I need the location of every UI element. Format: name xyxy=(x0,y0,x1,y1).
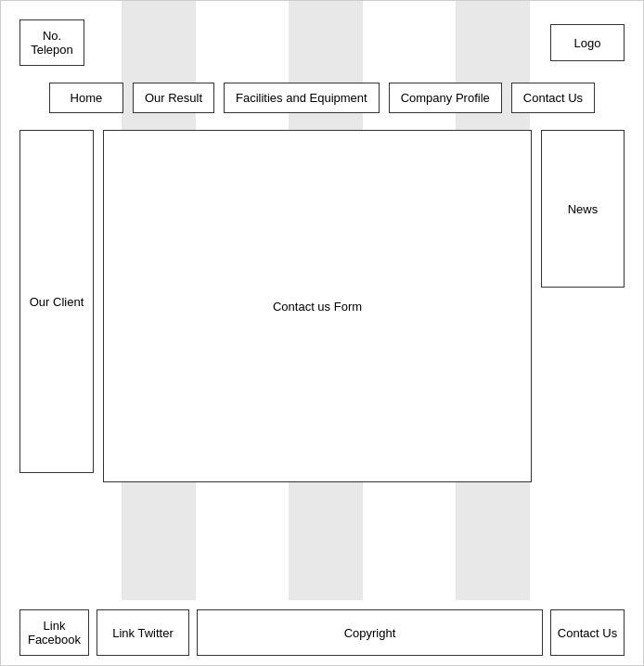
nav-home[interactable]: Home xyxy=(49,83,123,113)
footer-contact-label: Contact Us xyxy=(558,626,617,640)
nav-company-profile-label: Company Profile xyxy=(401,91,490,105)
nav: Home Our Result Facilities and Equipment… xyxy=(1,75,643,121)
contact-form-box[interactable]: Contact us Form xyxy=(103,130,532,482)
nav-our-result[interactable]: Our Result xyxy=(133,83,214,113)
logo: Logo xyxy=(550,24,625,61)
main: Our Client Contact us Form News xyxy=(1,121,643,492)
contact-form-label: Contact us Form xyxy=(273,300,362,314)
nav-our-result-label: Our Result xyxy=(145,91,202,105)
sidebar-right: News xyxy=(541,130,625,482)
header: No. Telepon Logo xyxy=(1,1,643,75)
footer-copyright-label: Copyright xyxy=(344,626,396,640)
footer: Link Facebook Link Twitter Copyright Con… xyxy=(1,600,643,665)
footer-twitter-label: Link Twitter xyxy=(112,626,174,640)
nav-contact-us[interactable]: Contact Us xyxy=(511,83,595,113)
page-wrapper: No. Telepon Logo Home Our Result Facilit… xyxy=(0,0,644,666)
nav-home-label: Home xyxy=(71,91,103,105)
nav-facilities-label: Facilities and Equipment xyxy=(236,91,367,105)
footer-facebook-label: Link Facebook xyxy=(20,619,88,647)
content: No. Telepon Logo Home Our Result Facilit… xyxy=(1,1,643,665)
nav-company-profile[interactable]: Company Profile xyxy=(389,83,502,113)
logo-label: Logo xyxy=(574,36,601,50)
footer-facebook[interactable]: Link Facebook xyxy=(19,609,89,656)
news-box[interactable]: News xyxy=(541,130,625,288)
footer-copyright: Copyright xyxy=(197,609,543,656)
footer-twitter[interactable]: Link Twitter xyxy=(97,609,189,656)
sidebar-left: Our Client xyxy=(19,130,94,482)
phone-number: No. Telepon xyxy=(19,19,84,66)
phone-label: No. Telepon xyxy=(30,29,74,57)
our-client-label: Our Client xyxy=(30,295,84,309)
our-client-box: Our Client xyxy=(19,130,94,473)
center-area: Contact us Form xyxy=(103,130,532,482)
nav-contact-us-label: Contact Us xyxy=(523,91,583,105)
news-label: News xyxy=(568,202,599,216)
footer-contact-us[interactable]: Contact Us xyxy=(550,609,625,656)
nav-facilities[interactable]: Facilities and Equipment xyxy=(224,83,380,113)
